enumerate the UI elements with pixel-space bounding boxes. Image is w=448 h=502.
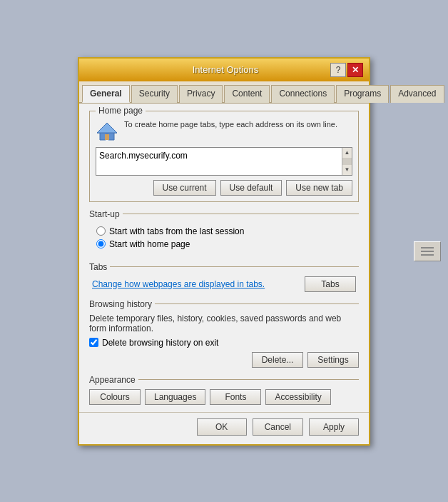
tab-security[interactable]: Security (131, 85, 178, 103)
startup-radio1[interactable] (96, 226, 106, 236)
ok-button[interactable]: OK (197, 418, 247, 436)
startup-option2-label: Start with home page (109, 239, 190, 249)
startup-group: Start-up Start with tabs from the last s… (89, 209, 359, 255)
tabs-description[interactable]: Change how webpages are displayed in tab… (92, 279, 265, 289)
tabs-divider: Tabs (89, 262, 359, 272)
appearance-line (138, 379, 359, 380)
history-description: Delete temporary files, history, cookies… (89, 313, 359, 333)
fonts-button[interactable]: Fonts (210, 389, 261, 405)
tab-privacy[interactable]: Privacy (179, 85, 223, 103)
appearance-divider: Appearance (89, 375, 359, 385)
tab-advanced[interactable]: Advanced (390, 85, 444, 103)
startup-option1[interactable]: Start with tabs from the last session (96, 226, 359, 236)
homepage-input[interactable]: Search.mysecurify.com (96, 148, 342, 175)
tabs-section-label: Tabs (89, 262, 107, 272)
svg-rect-5 (105, 134, 109, 140)
internet-options-dialog: Internet Options ? ✕ General Security Pr… (78, 57, 370, 446)
delete-history-checkbox[interactable] (89, 338, 98, 347)
history-desc-text: Delete temporary files, history, cookies… (89, 313, 341, 333)
titlebar: Internet Options ? ✕ (79, 59, 369, 81)
accessibility-button[interactable]: Accessibility (265, 389, 330, 405)
tab-general[interactable]: General (82, 85, 130, 103)
delete-button[interactable]: Delete... (252, 352, 303, 368)
home-page-group: Home page To create home page tabs, type… (89, 111, 359, 202)
tab-connections[interactable]: Connections (271, 85, 335, 103)
tab-content[interactable]: Content (224, 85, 270, 103)
titlebar-buttons: ? ✕ (330, 63, 363, 77)
homepage-input-wrap: Search.mysecurify.com ▲ ▼ (96, 147, 352, 176)
apply-button[interactable]: Apply (309, 418, 359, 436)
startup-divider: Start-up (89, 209, 359, 219)
home-page-label: Home page (96, 106, 146, 116)
settings-button[interactable]: Settings (307, 352, 359, 368)
home-page-description: To create home page tabs, type each addr… (96, 120, 352, 143)
dialog-title: Internet Options (121, 64, 330, 75)
browsing-history-group: Browsing history Delete temporary files,… (89, 299, 359, 368)
tab-programs[interactable]: Programs (336, 85, 389, 103)
taskbar-button[interactable] (414, 241, 441, 261)
scroll-track (342, 158, 352, 165)
colours-button[interactable]: Colours (89, 389, 141, 405)
startup-option1-label: Start with tabs from the last session (109, 226, 244, 236)
use-default-button[interactable]: Use default (220, 180, 282, 196)
history-line (155, 303, 359, 304)
scroll-up-arrow[interactable]: ▲ (342, 148, 352, 158)
appearance-buttons: Colours Languages Fonts Accessibility (89, 389, 359, 405)
svg-rect-1 (421, 251, 434, 252)
scroll-down-arrow[interactable]: ▼ (342, 165, 352, 175)
cancel-button[interactable]: Cancel (253, 418, 303, 436)
history-divider: Browsing history (89, 299, 359, 309)
tabs-line (110, 266, 359, 267)
tabs-section: Tabs Change how webpages are displayed i… (89, 262, 359, 292)
startup-options: Start with tabs from the last session St… (89, 224, 359, 255)
startup-line (123, 214, 359, 214)
close-button[interactable]: ✕ (347, 63, 363, 77)
history-buttons: Delete... Settings (89, 352, 359, 368)
homepage-buttons: Use current Use default Use new tab (96, 180, 352, 196)
languages-button[interactable]: Languages (145, 389, 205, 405)
startup-radio2[interactable] (96, 239, 106, 249)
startup-option2[interactable]: Start with home page (96, 239, 359, 249)
tabs-section-content: Change how webpages are displayed in tab… (89, 276, 359, 292)
use-current-button[interactable]: Use current (153, 180, 216, 196)
svg-rect-2 (421, 254, 434, 256)
home-icon (96, 120, 118, 143)
dialog-body: Home page To create home page tabs, type… (79, 104, 369, 412)
use-new-tab-button[interactable]: Use new tab (286, 180, 352, 196)
appearance-group: Appearance Colours Languages Fonts Acces… (89, 375, 359, 405)
desktop: Internet Options ? ✕ General Security Pr… (0, 0, 448, 502)
startup-label: Start-up (89, 209, 120, 219)
tabs-bar: General Security Privacy Content Connect… (79, 81, 369, 104)
textarea-scrollbar[interactable]: ▲ ▼ (342, 148, 352, 175)
help-button[interactable]: ? (330, 63, 346, 77)
delete-history-checkbox-wrap[interactable]: Delete browsing history on exit (89, 338, 359, 348)
tabs-button[interactable]: Tabs (305, 276, 356, 292)
appearance-label: Appearance (89, 375, 136, 385)
svg-rect-0 (421, 247, 434, 249)
dialog-footer: OK Cancel Apply (79, 412, 369, 444)
history-label: Browsing history (89, 299, 152, 309)
home-page-desc-text: To create home page tabs, type each addr… (124, 120, 337, 129)
svg-marker-4 (97, 123, 117, 133)
delete-history-label: Delete browsing history on exit (102, 338, 218, 348)
